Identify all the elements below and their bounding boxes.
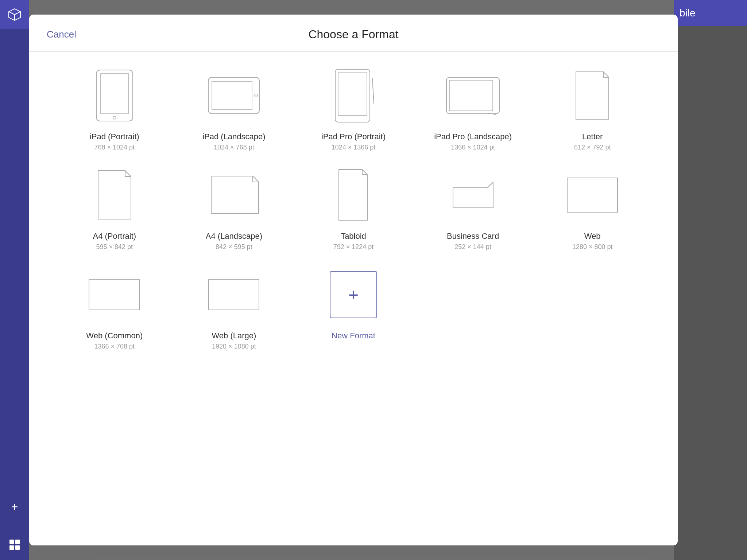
sidebar: + [0, 0, 29, 560]
svg-rect-14 [449, 80, 493, 111]
tabloid-dims: 792 × 1224 pt [333, 243, 374, 251]
add-button[interactable]: + [7, 499, 23, 515]
ipad-portrait-icon-wrap [85, 66, 144, 125]
web-icon-wrap [563, 166, 622, 224]
web-large-icon [206, 276, 262, 313]
tabloid-icon-wrap [324, 166, 383, 224]
a4-portrait-label: A4 (Portrait) [93, 232, 136, 241]
ipad-pro-landscape-dims: 1366 × 1024 pt [451, 144, 495, 151]
web-icon [564, 175, 621, 215]
web-common-icon-wrap [85, 265, 144, 324]
ipad-pro-landscape-icon-wrap [444, 66, 502, 125]
right-panel: bile [674, 0, 747, 560]
svg-rect-11 [338, 72, 367, 116]
sidebar-logo [0, 0, 29, 29]
svg-rect-17 [89, 279, 139, 310]
business-card-label: Business Card [447, 232, 499, 241]
a4-landscape-label: A4 (Landscape) [206, 232, 262, 241]
svg-point-9 [255, 94, 258, 97]
a4-landscape-dims: 842 × 595 pt [216, 243, 252, 251]
web-common-dims: 1366 × 768 pt [94, 343, 135, 350]
svg-rect-16 [567, 178, 618, 212]
ipad-pro-portrait-icon-wrap [324, 66, 383, 125]
web-label: Web [584, 232, 601, 241]
format-grid: iPad (Portrait)768 × 1024 pt iPad (Lands… [58, 66, 649, 350]
ipad-landscape-icon-wrap [205, 66, 263, 125]
grid-button[interactable] [7, 537, 23, 553]
format-item-ipad-landscape[interactable]: iPad (Landscape)1024 × 768 pt [178, 66, 290, 151]
format-item-a4-portrait[interactable]: A4 (Portrait)595 × 842 pt [58, 166, 171, 251]
svg-line-2 [15, 12, 20, 15]
svg-rect-18 [209, 279, 259, 310]
a4-landscape-icon [208, 174, 260, 216]
modal-header: Cancel Choose a Format [29, 15, 678, 52]
ipad-portrait-icon [93, 68, 136, 123]
right-panel-header: bile [674, 0, 747, 26]
format-item-ipad-pro-portrait[interactable]: iPad Pro (Portrait)1024 × 1366 pt [297, 66, 410, 151]
svg-rect-13 [446, 77, 499, 114]
format-item-web-common[interactable]: Web (Common)1366 × 768 pt [58, 265, 171, 350]
ipad-landscape-dims: 1024 × 768 pt [214, 144, 254, 151]
grid-icon [9, 540, 20, 550]
format-item-web[interactable]: Web1280 × 800 pt [536, 166, 649, 251]
tabloid-icon [335, 168, 372, 222]
format-item-web-large[interactable]: Web (Large)1920 × 1080 pt [178, 265, 290, 350]
format-item-ipad-pro-landscape[interactable]: iPad Pro (Landscape)1366 × 1024 pt [417, 66, 529, 151]
format-item-letter[interactable]: Letter612 × 792 pt [536, 66, 649, 151]
ipad-pro-landscape-label: iPad Pro (Landscape) [434, 132, 512, 141]
business-card-icon [449, 179, 497, 211]
web-large-dims: 1920 × 1080 pt [212, 343, 256, 350]
ipad-pro-portrait-label: iPad Pro (Portrait) [321, 132, 386, 141]
svg-point-6 [113, 116, 116, 119]
svg-rect-8 [212, 82, 252, 109]
logo-icon [7, 7, 23, 23]
web-common-icon [86, 276, 143, 313]
a4-landscape-icon-wrap [205, 166, 263, 224]
letter-icon-wrap [563, 66, 622, 125]
web-large-label: Web (Large) [212, 331, 256, 341]
svg-line-1 [9, 12, 15, 15]
web-dims: 1280 × 800 pt [572, 243, 613, 251]
letter-label: Letter [582, 132, 603, 141]
letter-dims: 612 × 792 pt [574, 144, 611, 151]
modal-title: Choose a Format [308, 28, 398, 41]
ipad-landscape-icon [206, 74, 261, 117]
svg-rect-5 [101, 74, 128, 114]
new-format-box: + [330, 271, 377, 318]
format-item-tabloid[interactable]: Tabloid792 × 1224 pt [297, 166, 410, 251]
ipad-pro-portrait-dims: 1024 × 1366 pt [332, 144, 376, 151]
format-item-ipad-portrait[interactable]: iPad (Portrait)768 × 1024 pt [58, 66, 171, 151]
web-common-label: Web (Common) [86, 331, 143, 341]
svg-rect-7 [208, 77, 259, 114]
a4-portrait-icon-wrap [85, 166, 144, 224]
svg-rect-10 [335, 69, 370, 122]
cancel-button[interactable]: Cancel [47, 29, 76, 40]
tabloid-label: Tabloid [341, 232, 366, 241]
ipad-pro-landscape-icon [445, 74, 501, 117]
business-card-icon-wrap [444, 166, 502, 224]
format-modal: Cancel Choose a Format iPad (Portrait)76… [29, 15, 678, 545]
web-large-icon-wrap [205, 265, 263, 324]
svg-rect-4 [96, 70, 133, 121]
business-card-dims: 252 × 144 pt [454, 243, 491, 251]
new-format-label: New Format [332, 331, 375, 341]
format-item-new-format[interactable]: +New Format [297, 265, 410, 350]
ipad-portrait-label: iPad (Portrait) [90, 132, 139, 141]
a4-portrait-icon [94, 169, 135, 222]
ipad-landscape-label: iPad (Landscape) [202, 132, 265, 141]
ipad-pro-portrait-icon [332, 67, 375, 124]
new-format-icon-wrap: + [324, 265, 383, 324]
ipad-portrait-dims: 768 × 1024 pt [94, 144, 135, 151]
letter-icon [572, 70, 612, 121]
modal-body: iPad (Portrait)768 × 1024 pt iPad (Lands… [29, 52, 678, 545]
format-item-business-card[interactable]: Business Card252 × 144 pt [417, 166, 529, 251]
svg-line-12 [372, 78, 374, 104]
format-item-a4-landscape[interactable]: A4 (Landscape)842 × 595 pt [178, 166, 290, 251]
a4-portrait-dims: 595 × 842 pt [96, 243, 133, 251]
